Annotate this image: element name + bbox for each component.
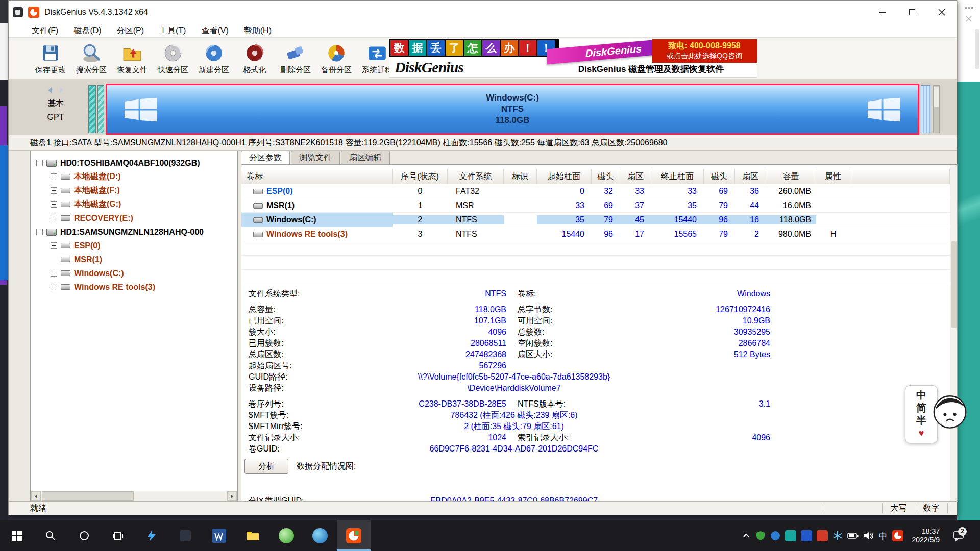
column-header[interactable]: 属性 [816, 169, 850, 184]
overflow-menu-icon[interactable] [958, 7, 980, 9]
params-vertical-scrollbar[interactable] [950, 165, 957, 502]
taskbar-clock[interactable]: 18:37 2022/5/9 [908, 527, 944, 544]
partition-row-windows-re-tools[interactable]: Windows RE tools(3) 3 NTFS 15440 96 17 1… [241, 227, 950, 241]
next-disk-icon[interactable] [58, 87, 65, 94]
tree-item-windows-c[interactable]: Windows(C:) [31, 266, 237, 280]
ime-indicator[interactable]: 中 [879, 530, 888, 542]
tab-browse-files[interactable]: 浏览文件 [291, 151, 340, 164]
quick-partition-button[interactable]: 快速分区 [153, 39, 193, 78]
tab-sector-edit[interactable]: 扇区编辑 [341, 151, 390, 164]
new-partition-button[interactable]: 新建分区 [193, 39, 234, 78]
partition-segment-msr[interactable] [97, 85, 104, 133]
column-header[interactable]: 扇区 [735, 169, 766, 184]
partition-segment-windows-c[interactable]: Windows(C:) NTFS 118.0GB [106, 84, 919, 135]
partition-row-windows-c[interactable]: Windows(C:) 2 NTFS 35 79 45 15440 96 16 … [241, 213, 950, 227]
tree-item-local-disk-f[interactable]: 本地磁盘(F:) [31, 184, 237, 197]
partition-segment-re-tools[interactable] [921, 85, 930, 133]
tree-item-hd1[interactable]: HD1:SAMSUNGMZNLN128HAHQ-000 [31, 225, 237, 239]
notification-center-button[interactable]: 2 [948, 531, 969, 541]
expand-toggle-icon[interactable] [51, 284, 57, 290]
background-window-close-icon[interactable] [966, 16, 972, 22]
resize-grip[interactable] [947, 503, 957, 513]
tree-item-windows-re-tools[interactable]: Windows RE tools(3) [31, 280, 237, 294]
column-header[interactable]: 磁头 [704, 169, 735, 184]
system-menu-icon[interactable] [13, 7, 23, 17]
tree-item-esp[interactable]: ESP(0) [31, 239, 237, 253]
delete-partition-button[interactable]: 删除分区 [275, 39, 316, 78]
expand-toggle-icon[interactable] [51, 173, 57, 180]
pinned-app-dark[interactable] [168, 520, 202, 551]
blue-circle-tray-icon[interactable] [770, 531, 780, 541]
task-view-button[interactable] [101, 520, 135, 551]
teal-square-tray-icon[interactable] [785, 530, 796, 541]
tab-partition-params[interactable]: 分区参数 [241, 151, 290, 164]
promo-banner[interactable]: 数 据 丢 了 怎 么 办 ！ ！ DiskGenius DiskGenius … [389, 39, 757, 78]
collapse-toggle-icon[interactable] [36, 160, 43, 166]
expand-toggle-icon[interactable] [51, 215, 57, 221]
menu-disk[interactable]: 磁盘(D) [66, 23, 109, 38]
partition-segment-esp[interactable] [88, 85, 96, 133]
scroll-thumb[interactable] [42, 491, 134, 501]
maximize-button[interactable] [897, 1, 927, 23]
menu-view[interactable]: 查看(V) [193, 23, 236, 38]
tree-horizontal-scrollbar[interactable] [31, 491, 237, 501]
partition-map-scrollbar[interactable] [933, 85, 940, 133]
tree-item-hd0[interactable]: HD0:TOSHIBAMQ04ABF100(932GB) [31, 156, 237, 170]
column-header[interactable]: 扇区 [620, 169, 651, 184]
backup-partition-button[interactable]: 备份分区 [316, 39, 357, 78]
start-button[interactable] [0, 520, 34, 551]
format-button[interactable]: 格式化 [234, 39, 275, 78]
tree-item-local-disk-d[interactable]: 本地磁盘(D:) [31, 170, 237, 184]
column-header[interactable]: 终止柱面 [651, 169, 704, 184]
analyze-button[interactable]: 分析 [244, 459, 288, 474]
partition-row-msr[interactable]: MSR(1) 1 MSR 33 69 37 35 79 44 16.0MB [241, 198, 950, 213]
tree-item-recovery-e[interactable]: RECOVERY(E:) [31, 211, 237, 225]
cartoon-face-icon[interactable] [932, 392, 968, 429]
expand-toggle-icon[interactable] [51, 187, 57, 194]
shield-tray-icon[interactable] [755, 531, 766, 541]
column-header[interactable]: 标识 [504, 169, 537, 184]
column-header[interactable]: 卷标 [241, 169, 393, 184]
chevron-up-icon[interactable] [742, 531, 751, 540]
column-header[interactable]: 起始柱面 [537, 169, 592, 184]
volume-icon[interactable] [863, 531, 874, 541]
pinned-edge[interactable] [303, 520, 337, 551]
collapse-toggle-icon[interactable] [36, 229, 43, 235]
background-scrollbar[interactable] [975, 29, 979, 69]
partition-row-esp[interactable]: ESP(0) 0 FAT32 0 32 33 33 69 36 260.0MB [241, 184, 950, 198]
blue-square-tray-icon[interactable] [801, 530, 812, 541]
cortana-button[interactable] [67, 520, 101, 551]
taskbar-diskgenius[interactable] [337, 520, 371, 551]
tree-item-local-disk-g[interactable]: 本地磁盘(G:) [31, 197, 237, 211]
expand-toggle-icon[interactable] [51, 201, 57, 208]
ime-status-widget[interactable]: 中 简 半 ♥ [905, 385, 968, 443]
tree-item-msr[interactable]: MSR(1) [31, 253, 237, 266]
scroll-right-icon[interactable] [227, 491, 237, 501]
search-partition-button[interactable]: 搜索分区 [71, 39, 112, 78]
minimize-button[interactable] [868, 1, 897, 23]
close-button[interactable] [927, 1, 957, 23]
search-button[interactable] [34, 520, 67, 551]
recover-files-button[interactable]: 恢复文件 [112, 39, 153, 78]
pinned-word[interactable] [202, 520, 236, 551]
scroll-track[interactable] [41, 491, 227, 501]
snowflake-tray-icon[interactable] [832, 531, 843, 541]
menu-partition[interactable]: 分区(P) [109, 23, 152, 38]
column-header[interactable]: 文件系统 [448, 169, 504, 184]
column-header[interactable]: 容量 [766, 169, 816, 184]
scroll-left-icon[interactable] [31, 491, 41, 501]
diskgenius-tray-icon[interactable] [892, 530, 903, 541]
menu-help[interactable]: 帮助(H) [236, 23, 279, 38]
pinned-browser-green[interactable] [270, 520, 303, 551]
pinned-file-explorer[interactable] [236, 520, 270, 551]
expand-toggle-icon[interactable] [51, 242, 57, 249]
promo-qq-link[interactable]: 或点击此处选择QQ咨询 [652, 51, 757, 60]
column-header[interactable]: 磁头 [592, 169, 620, 184]
save-changes-button[interactable]: 保存更改 [30, 39, 71, 78]
pinned-app-thunder[interactable] [135, 520, 168, 551]
scroll-thumb[interactable] [951, 241, 957, 328]
promo-phone-box[interactable]: 致电: 400-008-9958 或点击此处选择QQ咨询 [652, 39, 757, 63]
menu-tools[interactable]: 工具(T) [152, 23, 193, 38]
red-square-tray-icon[interactable] [817, 530, 828, 541]
menu-file[interactable]: 文件(F) [24, 23, 66, 38]
